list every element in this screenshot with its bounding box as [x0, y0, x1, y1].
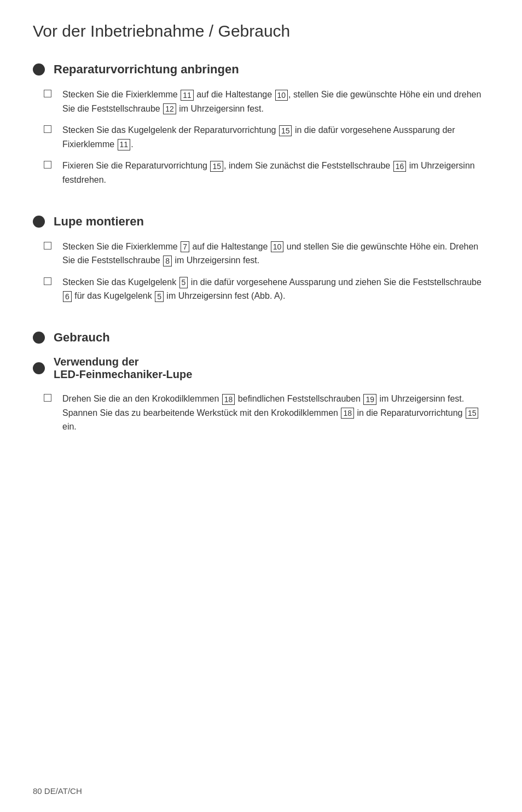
section-title-gebrauch: Gebrauch — [54, 330, 110, 345]
ref-12: 12 — [163, 103, 176, 114]
ref-11b: 11 — [118, 139, 131, 150]
list-item: Stecken Sie die Fixierklemme 7 auf die H… — [44, 240, 489, 268]
list-item: Fixieren Sie die Reparaturvorrichtung 15… — [44, 159, 489, 187]
bullet-circle-icon — [33, 332, 45, 344]
section-heading-gebrauch: Gebrauch — [33, 330, 489, 345]
bullet-circle-icon — [33, 63, 45, 76]
verwendung-list: Drehen Sie die an den Krokodilklemmen 18… — [44, 392, 489, 434]
list-bullet-icon — [44, 242, 51, 250]
section-title-reparaturvorrichtung: Reparaturvorrichtung anbringen — [54, 62, 239, 77]
reparaturvorrichtung-list: Stecken Sie die Fixierklemme 11 auf die … — [44, 88, 489, 187]
ref-8: 8 — [163, 256, 172, 266]
list-item: Stecken Sie die Fixierklemme 11 auf die … — [44, 88, 489, 115]
page-title: Vor der Inbetriebnahme / Gebrauch — [33, 22, 489, 46]
ref-6: 6 — [63, 291, 72, 302]
page-container: Vor der Inbetriebnahme / Gebrauch Repara… — [0, 0, 522, 494]
ref-18: 18 — [222, 394, 235, 405]
ref-19: 19 — [363, 394, 376, 405]
list-text: Drehen Sie die an den Krokodilklemmen 18… — [62, 392, 489, 434]
ref-10: 10 — [275, 90, 288, 101]
bullet-circle-icon — [33, 216, 45, 228]
ref-15b: 15 — [210, 161, 223, 172]
ref-11: 11 — [181, 90, 194, 101]
list-bullet-icon — [44, 161, 51, 169]
lupe-list: Stecken Sie die Fixierklemme 7 auf die H… — [44, 240, 489, 303]
section-reparaturvorrichtung: Reparaturvorrichtung anbringen Stecken S… — [33, 62, 489, 187]
section-title-lupe: Lupe montieren — [54, 214, 144, 229]
list-text: Fixieren Sie die Reparaturvorrichtung 15… — [62, 159, 489, 187]
list-item: Stecken Sie das Kugelgelenk der Reparatu… — [44, 123, 489, 151]
ref-10c: 10 — [271, 241, 284, 252]
section-gebrauch: Gebrauch Verwendung derLED-Feinmechanike… — [33, 330, 489, 434]
list-text: Stecken Sie die Fixierklemme 7 auf die H… — [62, 240, 489, 268]
section-heading-lupe: Lupe montieren — [33, 214, 489, 229]
list-item: Drehen Sie die an den Krokodilklemmen 18… — [44, 392, 489, 434]
ref-15: 15 — [279, 125, 292, 136]
page-footer: 80 DE/AT/CH — [33, 786, 82, 796]
section-heading-reparaturvorrichtung: Reparaturvorrichtung anbringen — [33, 62, 489, 77]
list-bullet-icon — [44, 90, 51, 97]
subsection-heading-verwendung: Verwendung derLED-Feinmechaniker-Lupe — [33, 356, 489, 381]
list-bullet-icon — [44, 125, 51, 133]
list-bullet-icon — [44, 277, 51, 285]
list-bullet-icon — [44, 394, 51, 402]
page-number: 80 DE/AT/CH — [33, 786, 82, 796]
list-text: Stecken Sie das Kugelgelenk 5 in die daf… — [62, 275, 489, 303]
ref-5: 5 — [179, 277, 188, 288]
ref-15c: 15 — [466, 408, 479, 419]
ref-16: 16 — [393, 161, 407, 172]
list-text: Stecken Sie das Kugelgelenk der Reparatu… — [62, 123, 489, 151]
list-text: Stecken Sie die Fixierklemme 11 auf die … — [62, 88, 489, 115]
section-lupe: Lupe montieren Stecken Sie die Fixierkle… — [33, 214, 489, 303]
list-item: Stecken Sie das Kugelgelenk 5 in die daf… — [44, 275, 489, 303]
ref-5b: 5 — [155, 291, 164, 302]
ref-18b: 18 — [341, 408, 354, 419]
ref-7: 7 — [181, 241, 189, 252]
bullet-circle-icon — [33, 362, 45, 374]
subsection-title-verwendung: Verwendung derLED-Feinmechaniker-Lupe — [54, 356, 192, 381]
